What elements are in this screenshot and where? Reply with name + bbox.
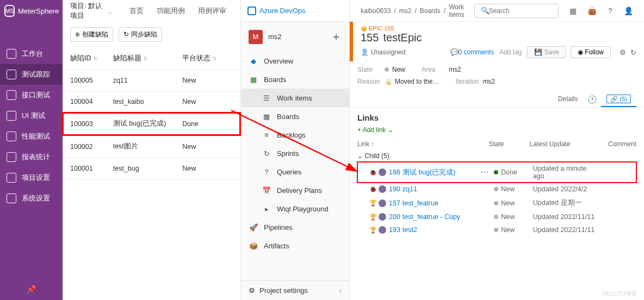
ms-nav-5[interactable]: 报表统计 [0, 147, 63, 167]
azure-brand[interactable]: Azure DevOps [241, 0, 349, 22]
az-nav-boards2[interactable]: ▦Boards [241, 107, 349, 126]
top-link-review[interactable]: 用例评审 [191, 6, 233, 16]
az-nav-sprints[interactable]: ↻Sprints [241, 144, 349, 162]
nav-icon [7, 132, 16, 141]
top-link-home[interactable]: 首页 [123, 6, 150, 16]
trophy-icon: 🏆 [369, 214, 377, 221]
ms-nav-3[interactable]: UI 测试 [0, 105, 63, 126]
ms-nav-6[interactable]: 项目设置 [0, 167, 63, 188]
link-row[interactable]: 🏆200 test_featrue - CopyNewUpdated 2022/… [357, 210, 636, 223]
queries-icon: ? [262, 167, 271, 177]
table-row[interactable]: 100002test图片New [63, 135, 240, 158]
marketplace-icon[interactable]: ▦ [569, 6, 577, 16]
search-wrap: 🔍 [474, 4, 559, 18]
follow-button[interactable]: ◉ Follow [571, 46, 611, 58]
more-icon[interactable]: ⋯ [481, 168, 488, 177]
az-nav-backlogs[interactable]: ≡Backlogs [241, 126, 349, 144]
az-nav-workitems[interactable]: ☰Work items [241, 89, 349, 107]
ms-nav-1[interactable]: 测试跟踪 [0, 64, 63, 85]
pin-icon[interactable]: 📌 [27, 285, 36, 293]
crumb-1[interactable]: ms2 [399, 7, 412, 15]
nav-icon [7, 90, 16, 100]
search-icon: 🔍 [481, 7, 490, 15]
trophy-icon: 🏆 [369, 199, 377, 207]
tab-links[interactable]: 🔗 (5) [601, 92, 636, 107]
ms-logo-icon: MS [4, 5, 15, 17]
history-icon[interactable]: 🕐 [583, 92, 601, 107]
wiql-icon: ▸ [262, 204, 271, 214]
col-title[interactable]: 缺陷标题⇅ [106, 47, 175, 70]
create-defect-button[interactable]: ⊕ 创建缺陷 [70, 27, 113, 42]
ms-logo-text: MeterSphere [18, 7, 59, 15]
table-row[interactable]: 100004test_kaiboNew [63, 91, 240, 112]
azure-sidebar: Azure DevOps M ms2 ＋ ◆Overview▦Boards☰Wo… [241, 0, 350, 300]
col-id[interactable]: 缺陷ID⇅ [63, 47, 106, 70]
work-item-name[interactable]: testEpic [383, 32, 422, 44]
project-name: ms2 [268, 33, 282, 41]
pipelines-icon: 🚀 [249, 222, 258, 232]
help-icon[interactable]: ? [608, 6, 613, 16]
ms-nav-4[interactable]: 性能测试 [0, 126, 63, 147]
link-row[interactable]: 🐞190 zq11NewUpdated 2022/4/2 [357, 183, 636, 196]
assignee[interactable]: Unassigned [361, 48, 405, 56]
az-nav-delivery[interactable]: 📅Delivery Plans [241, 181, 349, 199]
work-item-title: 155 testEpic [361, 32, 636, 44]
user-icon[interactable]: 👤 [624, 6, 633, 16]
az-nav-pipelines[interactable]: 🚀Pipelines [241, 218, 349, 236]
crumb-0[interactable]: kaibo0633 [361, 7, 391, 15]
child-group[interactable]: ⌄ Child (5) [357, 150, 636, 162]
sync-defect-button[interactable]: ↻ 同步缺陷 [119, 27, 162, 42]
az-nav-artifacts[interactable]: 📦Artifacts [241, 236, 349, 255]
add-tag-button[interactable]: Add tag [499, 48, 522, 56]
ms-nav-0[interactable]: 工作台 [0, 43, 63, 64]
ms-nav-7[interactable]: 系统设置 [0, 188, 63, 209]
project-selector[interactable]: 项目: 默认项目 [70, 1, 107, 21]
table-row[interactable]: 100003测试 bug(已完成)Done [63, 112, 240, 135]
nav-icon [7, 49, 16, 59]
crumb-2[interactable]: Boards [420, 7, 441, 15]
ms-content: 项目: 默认项目 ⌄ 首页 功能用例 用例评审 ⊕ 创建缺陷 ↻ 同步缺陷 缺陷… [63, 0, 241, 300]
work-item-fields: StateNew Areams2 Reason🔒Moved to the… It… [350, 61, 644, 92]
watermark: ©51CTO博客 [602, 290, 637, 298]
delivery-icon: 📅 [262, 185, 271, 195]
work-item-id: 155 [361, 32, 379, 44]
save-button: 💾 Save [527, 46, 566, 58]
link-row[interactable]: 🐞186 测试 bug(已完成)⋯DoneUpdated a minute ag… [357, 162, 636, 183]
az-nav-queries[interactable]: ?Queries [241, 162, 349, 181]
link-row[interactable]: 🏆157 test_featrueNewUpdated 星期一 [357, 196, 636, 210]
az-nav-overview[interactable]: ◆Overview [241, 52, 349, 70]
tab-details[interactable]: Details [553, 92, 584, 107]
overview-icon: ◆ [249, 56, 258, 66]
links-columns: Link ↑ State Latest Update Comment [357, 138, 636, 150]
add-link-button[interactable]: + Add link ⌄ [357, 126, 393, 134]
trophy-icon: 🏆 [369, 227, 377, 234]
detail-tabs: Details 🕐 🔗 (5) [350, 92, 644, 108]
defect-table: 缺陷ID⇅ 缺陷标题⇅ 平台状态⇅ 100005zq11New100004tes… [63, 47, 240, 179]
az-nav-boards[interactable]: ▦Boards [241, 70, 349, 89]
project-settings-link[interactable]: ⚙Project settings ‹ [241, 280, 349, 300]
nav-icon [7, 152, 16, 162]
top-link-cases[interactable]: 功能用例 [150, 6, 191, 16]
add-icon[interactable]: ＋ [331, 29, 342, 44]
bug-icon: 🐞 [369, 186, 377, 193]
ms-nav-2[interactable]: 接口测试 [0, 85, 63, 105]
ms-logo: MS MeterSphere [0, 0, 63, 22]
table-row[interactable]: 100001test_bugNew [63, 158, 240, 179]
ms-sidebar: MS MeterSphere 工作台测试跟踪接口测试UI 测试性能测试报表统计项… [0, 0, 63, 300]
shopping-icon[interactable]: 👜 [587, 6, 597, 16]
gear-icon[interactable]: ⚙ [620, 48, 626, 57]
azure-main: kaibo0633 / ms2 / Boards / Work items 🔍 … [350, 0, 644, 300]
table-row[interactable]: 100005zq11New [63, 70, 240, 91]
azure-nav: ◆Overview▦Boards☰Work items▦Boards≡Backl… [241, 52, 349, 255]
ms-nav: 工作台测试跟踪接口测试UI 测试性能测试报表统计项目设置系统设置 [0, 43, 63, 209]
artifacts-icon: 📦 [249, 241, 258, 251]
col-status[interactable]: 平台状态⇅ [175, 47, 225, 70]
crumb-3[interactable]: Work items [449, 3, 468, 18]
link-row[interactable]: 🏆193 test2NewUpdated 2022/11/11 [357, 223, 636, 236]
az-nav-wiql[interactable]: ▸Wiql Playground [241, 199, 349, 218]
refresh-icon[interactable]: ↻ [630, 48, 636, 57]
azure-project[interactable]: M ms2 ＋ [241, 22, 349, 52]
person-icon [379, 199, 386, 207]
person-icon [379, 185, 386, 193]
comments-link[interactable]: 💬 0 comments [450, 48, 494, 56]
